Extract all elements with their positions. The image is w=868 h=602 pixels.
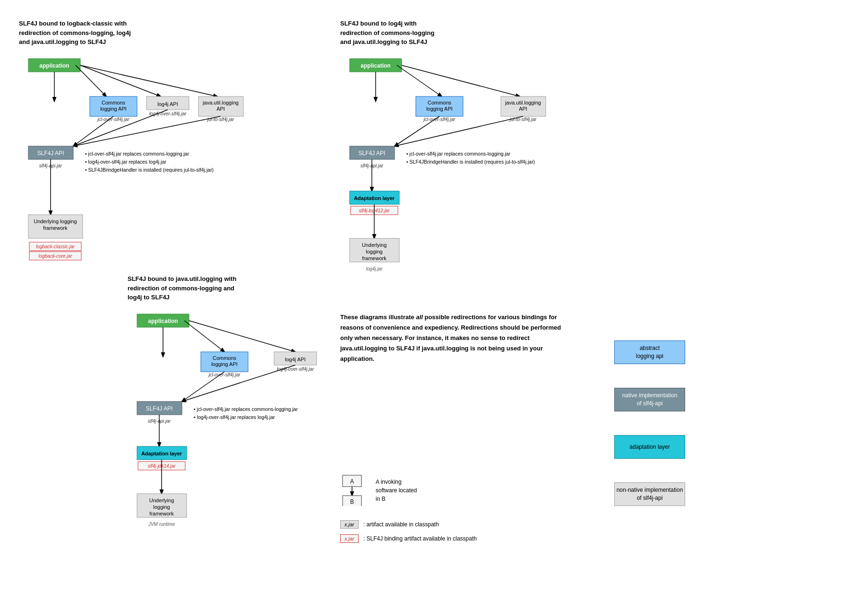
svg-text:jul-to-slf4j.jar: jul-to-slf4j.jar [206, 117, 234, 122]
diagram3-title: SLF4J bound to java.util.logging with re… [128, 274, 392, 302]
page-layout: SLF4J bound to logback-classic with redi… [9, 9, 860, 596]
invoke-example: A B A invokingsoftware locatedin B [340, 473, 417, 506]
svg-text:SLF4J API: SLF4J API [146, 405, 173, 412]
svg-text:logback-classic.jar: logback-classic.jar [36, 244, 75, 249]
legend-native: native implementationof slf4j-api [614, 388, 685, 411]
svg-text:JVM runtime: JVM runtime [148, 522, 175, 527]
description-text: These diagrams illustrate all possible r… [340, 312, 567, 364]
svg-text:• log4j-over-slf4j.jar replace: • log4j-over-slf4j.jar replaces log4j.ja… [194, 414, 275, 420]
svg-text:Adaptation layer: Adaptation layer [141, 451, 182, 456]
svg-text:SLF4J API: SLF4J API [37, 150, 64, 157]
artifact-legend: x.jar : artifact available in classpath [340, 520, 439, 529]
svg-text:jcl-over-slf4j.jar: jcl-over-slf4j.jar [207, 372, 241, 377]
binding-desc: : SLF4J binding artifact available in cl… [363, 535, 477, 542]
svg-text:framework: framework [43, 225, 68, 231]
binding-legend: x.jar : SLF4J binding artifact available… [340, 534, 477, 543]
svg-text:• SLF4JBrindgeHandler is insta: • SLF4JBrindgeHandler is installed (requ… [85, 167, 214, 173]
svg-text:java.util.logging: java.util.logging [505, 100, 541, 105]
svg-text:• jcl-over-slf4j.jar replaces : • jcl-over-slf4j.jar replaces commons-lo… [406, 151, 511, 157]
svg-text:• log4j-over-slf4j.jar replace: • log4j-over-slf4j.jar replaces log4j.ja… [85, 159, 166, 165]
diagram2: SLF4J bound to log4j with redirection of… [340, 19, 605, 301]
svg-text:Adaptation layer: Adaptation layer [354, 195, 395, 201]
svg-text:B: B [350, 498, 354, 505]
svg-text:Underlying logging: Underlying logging [34, 218, 77, 224]
diagram1-title: SLF4J bound to logback-classic with redi… [19, 19, 293, 47]
svg-text:logging API: logging API [426, 106, 453, 112]
artifact-desc: : artifact available in classpath [363, 521, 439, 528]
svg-text:Underlying: Underlying [149, 497, 174, 503]
svg-text:Commons: Commons [102, 100, 126, 105]
svg-text:framework: framework [362, 255, 387, 261]
diagram1: SLF4J bound to logback-classic with redi… [19, 19, 293, 301]
svg-text:• jcl-over-slf4j.jar replaces : • jcl-over-slf4j.jar replaces commons-lo… [85, 151, 189, 157]
svg-text:jcl-over-slf4j.jar: jcl-over-slf4j.jar [96, 117, 129, 122]
svg-text:log4j.jar: log4j.jar [366, 266, 383, 271]
svg-text:Commons: Commons [213, 355, 237, 361]
svg-text:logging API: logging API [211, 361, 238, 367]
svg-text:log4j API: log4j API [285, 357, 305, 362]
svg-text:logging API: logging API [100, 106, 127, 112]
svg-text:java.util.logging: java.util.logging [202, 100, 239, 105]
svg-text:• jcl-over-slf4j.jar replaces : • jcl-over-slf4j.jar replaces commons-lo… [194, 406, 298, 412]
svg-text:logging: logging [153, 504, 170, 510]
svg-text:framework: framework [149, 511, 174, 516]
legend-abstract: abstractlogging api [614, 340, 685, 364]
svg-line-48 [395, 116, 523, 146]
invoke-description: A invokingsoftware locatedin B [376, 473, 417, 503]
svg-text:jul-to-slf4j.jar: jul-to-slf4j.jar [509, 117, 537, 122]
svg-text:logback-core.jar: logback-core.jar [38, 253, 72, 259]
svg-text:Commons: Commons [428, 100, 452, 105]
svg-text:SLF4J API: SLF4J API [359, 150, 386, 157]
diagram2-title: SLF4J bound to log4j with redirection of… [340, 19, 605, 47]
svg-text:• SLF4JBrindgeHandler is insta: • SLF4JBrindgeHandler is installed (requ… [406, 159, 535, 165]
svg-text:API: API [216, 106, 225, 112]
svg-text:logging: logging [366, 249, 382, 254]
svg-line-69 [189, 321, 295, 352]
svg-text:application: application [361, 62, 390, 69]
svg-line-77 [182, 372, 224, 401]
svg-text:API: API [519, 106, 527, 112]
svg-line-17 [73, 116, 113, 146]
svg-text:log4j-over-slf4j.jar: log4j-over-slf4j.jar [149, 111, 187, 116]
invoke-svg: A B [340, 473, 369, 506]
svg-text:application: application [39, 62, 69, 69]
legend-adaptation: adaptation layer [614, 435, 685, 459]
legend-nonnative: non-native implementationof slf4j-api [614, 482, 685, 506]
diagram2-svg: application Commons logging API jcl-over… [340, 54, 605, 300]
svg-text:Underlying: Underlying [362, 242, 387, 248]
svg-line-47 [395, 116, 439, 146]
svg-line-19 [73, 116, 221, 146]
svg-text:A: A [350, 478, 354, 485]
svg-text:application: application [148, 318, 178, 324]
svg-text:log4j API: log4j API [157, 101, 178, 107]
diagram1-svg: application Commons logging API jcl-over… [19, 54, 288, 300]
svg-text:jcl-over-slf4j.jar: jcl-over-slf4j.jar [422, 117, 455, 122]
